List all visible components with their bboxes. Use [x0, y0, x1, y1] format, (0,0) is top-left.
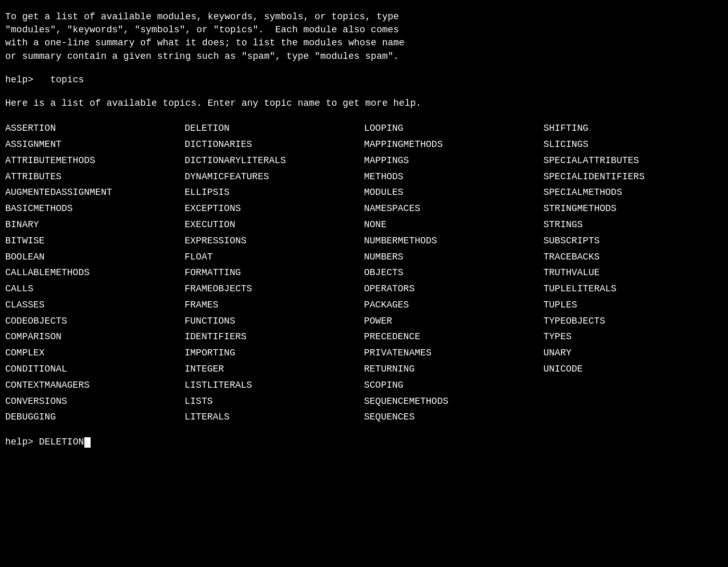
topic-item[interactable]: SLICINGS	[544, 137, 723, 153]
topic-item[interactable]: PACKAGES	[364, 297, 544, 313]
topic-item[interactable]: POWER	[364, 313, 544, 329]
topic-item[interactable]: MODULES	[364, 184, 544, 201]
topic-item[interactable]: DICTIONARIES	[185, 137, 365, 153]
topic-item[interactable]: TYPEOBJECTS	[544, 313, 723, 329]
topic-item[interactable]: SPECIALATTRIBUTES	[544, 153, 723, 169]
topics-grid: ASSERTION ASSIGNMENT ATTRIBUTEMETHODS AT…	[5, 120, 723, 425]
topic-item[interactable]: FORMATTING	[185, 265, 365, 281]
topic-item[interactable]: PRECEDENCE	[364, 329, 544, 345]
topic-item[interactable]: BITWISE	[5, 233, 185, 249]
topics-col1: ASSERTION ASSIGNMENT ATTRIBUTEMETHODS AT…	[5, 120, 185, 425]
topic-item[interactable]: BOOLEAN	[5, 249, 185, 265]
topic-item-empty	[544, 393, 723, 410]
prompt-topics-line: help> topics	[5, 73, 723, 87]
topic-item[interactable]: ELLIPSIS	[185, 184, 365, 201]
topic-item[interactable]: BINARY	[5, 217, 185, 233]
topic-item[interactable]: DEBUGGING	[5, 409, 185, 425]
topic-item[interactable]: CONVERSIONS	[5, 393, 185, 410]
topic-item[interactable]: UNARY	[544, 345, 723, 361]
topic-item[interactable]: TUPLELITERALS	[544, 281, 723, 297]
topic-item[interactable]: TRACEBACKS	[544, 249, 723, 265]
prompt-label-2: help>	[5, 436, 33, 449]
topic-item[interactable]: CLASSES	[5, 297, 185, 313]
prompt-deletion-line[interactable]: help> DELETION	[5, 436, 723, 449]
topic-item[interactable]: DELETION	[185, 120, 365, 137]
topic-item[interactable]: COMPARISON	[5, 329, 185, 345]
topic-item[interactable]: SEQUENCES	[364, 409, 544, 425]
prompt-command-1: topics	[50, 75, 84, 85]
topic-item[interactable]: TYPES	[544, 329, 723, 345]
topic-item[interactable]: RETURNING	[364, 361, 544, 377]
topic-item-empty	[544, 377, 723, 393]
topic-item[interactable]: EXCEPTIONS	[185, 201, 365, 217]
topic-item[interactable]: CALLABLEMETHODS	[5, 265, 185, 281]
topics-col3: LOOPING MAPPINGMETHODS MAPPINGS METHODS …	[364, 120, 544, 425]
topics-col2: DELETION DICTIONARIES DICTIONARYLITERALS…	[185, 120, 365, 425]
topic-item[interactable]: COMPLEX	[5, 345, 185, 361]
topic-item[interactable]: ATTRIBUTEMETHODS	[5, 153, 185, 169]
topic-item[interactable]: ATTRIBUTES	[5, 169, 185, 185]
topic-item[interactable]: SEQUENCEMETHODS	[364, 393, 544, 410]
topic-item[interactable]: FUNCTIONS	[185, 313, 365, 329]
topic-item[interactable]: FRAMEOBJECTS	[185, 281, 365, 297]
topic-item[interactable]: TRUTHVALUE	[544, 265, 723, 281]
topic-item[interactable]: NUMBERMETHODS	[364, 233, 544, 249]
topic-item[interactable]: UNICODE	[544, 361, 723, 377]
topic-item[interactable]: CONDITIONAL	[5, 361, 185, 377]
topic-item[interactable]: FRAMES	[185, 297, 365, 313]
topic-item[interactable]: SPECIALMETHODS	[544, 184, 723, 201]
topic-item[interactable]: IMPORTING	[185, 345, 365, 361]
intro-section: To get a list of available modules, keyw…	[5, 10, 723, 63]
topic-item[interactable]: METHODS	[364, 169, 544, 185]
topic-item[interactable]: STRINGMETHODS	[544, 201, 723, 217]
prompt-command-2: DELETION	[39, 436, 84, 449]
topic-item[interactable]: FLOAT	[185, 249, 365, 265]
topic-item[interactable]: IDENTIFIERS	[185, 329, 365, 345]
topic-item[interactable]: NAMESPACES	[364, 201, 544, 217]
topic-item[interactable]: OPERATORS	[364, 281, 544, 297]
topic-item-empty	[544, 409, 723, 425]
topic-item[interactable]: MAPPINGS	[364, 153, 544, 169]
topic-item[interactable]: NONE	[364, 217, 544, 233]
topic-item[interactable]: DYNAMICFEATURES	[185, 169, 365, 185]
prompt-label-1: help>	[5, 75, 33, 85]
topic-item[interactable]: INTEGER	[185, 361, 365, 377]
topic-item[interactable]: ASSERTION	[5, 120, 185, 137]
topic-item[interactable]: SCOPING	[364, 377, 544, 393]
topic-item[interactable]: DICTIONARYLITERALS	[185, 153, 365, 169]
topic-item[interactable]: NUMBERS	[364, 249, 544, 265]
topic-item[interactable]: CONTEXTMANAGERS	[5, 377, 185, 393]
cursor	[84, 437, 91, 448]
topic-item[interactable]: CODEOBJECTS	[5, 313, 185, 329]
topic-item[interactable]: EXECUTION	[185, 217, 365, 233]
topic-item[interactable]: MAPPINGMETHODS	[364, 137, 544, 153]
topic-item[interactable]: TUPLES	[544, 297, 723, 313]
topic-item[interactable]: BASICMETHODS	[5, 201, 185, 217]
topic-item[interactable]: SUBSCRIPTS	[544, 233, 723, 249]
intro-text: To get a list of available modules, keyw…	[5, 10, 723, 63]
topic-item[interactable]: LISTS	[185, 393, 365, 410]
topic-item[interactable]: EXPRESSIONS	[185, 233, 365, 249]
topic-item[interactable]: SHIFTING	[544, 120, 723, 137]
topic-item[interactable]: LITERALS	[185, 409, 365, 425]
topic-item[interactable]: AUGMENTEDASSIGNMENT	[5, 184, 185, 201]
topics-col4: SHIFTING SLICINGS SPECIALATTRIBUTES SPEC…	[544, 120, 723, 425]
topics-header: Here is a list of available topics. Ente…	[5, 97, 723, 110]
topic-item[interactable]: SPECIALIDENTIFIERS	[544, 169, 723, 185]
topic-item[interactable]: PRIVATENAMES	[364, 345, 544, 361]
topic-item[interactable]: LISTLITERALS	[185, 377, 365, 393]
topic-item[interactable]: CALLS	[5, 281, 185, 297]
topic-item[interactable]: LOOPING	[364, 120, 544, 137]
topic-item[interactable]: STRINGS	[544, 217, 723, 233]
topic-item[interactable]: ASSIGNMENT	[5, 137, 185, 153]
topic-item[interactable]: OBJECTS	[364, 265, 544, 281]
